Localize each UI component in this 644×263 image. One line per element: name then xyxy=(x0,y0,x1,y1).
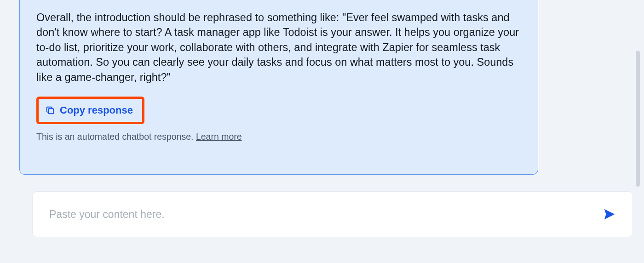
copy-icon xyxy=(45,105,55,115)
response-disclaimer: This is an automated chatbot response. L… xyxy=(36,132,521,142)
copy-response-button[interactable]: Copy response xyxy=(36,97,144,124)
send-icon xyxy=(603,207,616,221)
copy-response-label: Copy response xyxy=(60,104,133,116)
disclaimer-text: This is an automated chatbot response. xyxy=(36,132,196,142)
chat-input[interactable] xyxy=(49,208,600,221)
chat-response-bubble: Overall, the introduction should be reph… xyxy=(19,0,538,175)
learn-more-link[interactable]: Learn more xyxy=(196,132,242,142)
svg-rect-0 xyxy=(48,109,53,114)
send-button[interactable] xyxy=(600,205,619,223)
response-text: Overall, the introduction should be reph… xyxy=(36,10,521,85)
scrollbar-thumb[interactable] xyxy=(636,51,640,187)
chat-composer xyxy=(32,191,633,237)
